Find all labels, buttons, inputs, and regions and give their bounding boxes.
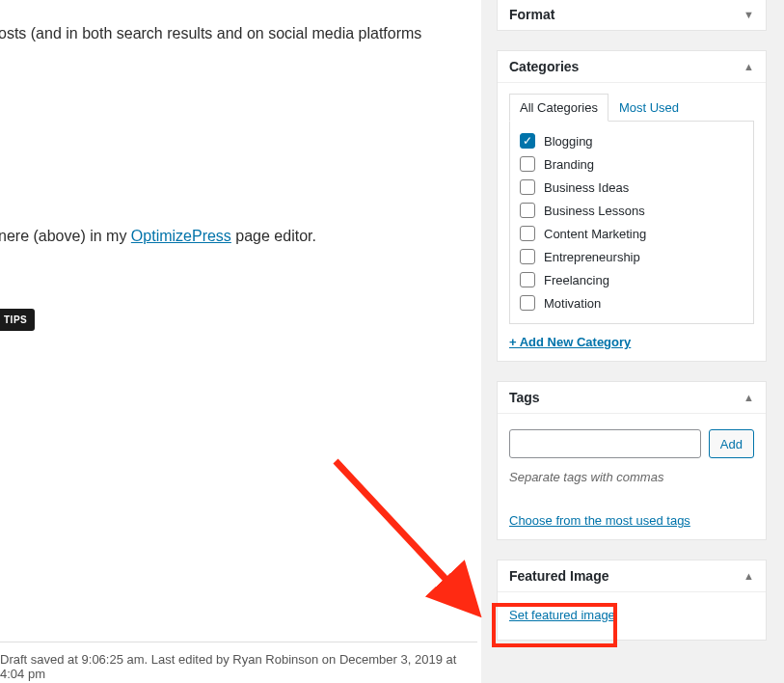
panel-format: Format ▼: [497, 0, 767, 31]
list-item[interactable]: Branding: [520, 152, 743, 176]
tags-hint: Separate tags with commas: [509, 470, 754, 484]
category-tabs: All Categories Most Used: [509, 93, 754, 122]
list-item[interactable]: Business Ideas: [520, 176, 743, 199]
category-label: Content Marketing: [544, 227, 646, 241]
checkbox-icon[interactable]: [520, 272, 535, 287]
category-list: Blogging Branding Business Ideas Busines…: [509, 122, 754, 324]
chevron-up-icon: ▲: [743, 570, 754, 582]
panel-format-title: Format: [509, 7, 554, 22]
category-label: Motivation: [544, 296, 601, 311]
text-span: page editor.: [231, 228, 316, 244]
panel-featured-image: Featured Image ▲ Set featured image: [497, 560, 767, 641]
chevron-down-icon: ▼: [743, 9, 754, 20]
tab-most-used[interactable]: Most Used: [608, 94, 689, 122]
checkbox-icon[interactable]: [520, 226, 535, 241]
list-item[interactable]: Entrepreneurship: [520, 245, 743, 268]
chevron-up-icon: ▲: [743, 392, 754, 403]
category-label: Freelancing: [544, 273, 609, 287]
status-bar: Draft saved at 9:06:25 am. Last edited b…: [0, 642, 477, 681]
tags-input[interactable]: [509, 429, 701, 458]
add-tag-button[interactable]: Add: [709, 429, 754, 458]
panel-categories-title: Categories: [509, 59, 579, 74]
list-item[interactable]: Content Marketing: [520, 222, 743, 245]
panel-tags-title: Tags: [509, 390, 540, 405]
checkbox-icon[interactable]: [520, 295, 535, 311]
panel-format-header[interactable]: Format ▼: [498, 0, 766, 30]
editor-main: osts (and in both search results and on …: [0, 0, 477, 683]
checkbox-icon[interactable]: [520, 133, 535, 149]
text-span: nere (above) in my: [0, 228, 131, 244]
list-item[interactable]: Business Lessons: [520, 199, 743, 222]
list-item[interactable]: Freelancing: [520, 268, 743, 291]
tab-all-categories[interactable]: All Categories: [509, 94, 608, 122]
optimizepress-link[interactable]: OptimizePress: [131, 228, 231, 244]
checkbox-icon[interactable]: [520, 203, 535, 218]
category-label: Entrepreneurship: [544, 250, 640, 264]
panel-categories: Categories ▲ All Categories Most Used Bl…: [497, 50, 767, 362]
panel-featured-title: Featured Image: [509, 568, 608, 584]
panel-categories-header[interactable]: Categories ▲: [498, 51, 766, 83]
panel-tags: Tags ▲ Add Separate tags with commas Cho…: [497, 381, 767, 540]
body-text-fragment-2: nere (above) in my OptimizePress page ed…: [0, 225, 316, 248]
right-sidebar: Format ▼ Categories ▲ All Categories Mos…: [481, 0, 784, 683]
checkbox-icon[interactable]: [520, 179, 535, 195]
category-label: Business Ideas: [544, 180, 629, 195]
panel-tags-header[interactable]: Tags ▲: [498, 382, 766, 414]
add-new-category-link[interactable]: + Add New Category: [509, 335, 631, 349]
body-text-fragment-1: osts (and in both search results and on …: [0, 22, 421, 45]
list-item[interactable]: Motivation: [520, 291, 743, 314]
checkbox-icon[interactable]: [520, 249, 535, 264]
category-label: Business Lessons: [544, 204, 645, 218]
choose-used-tags-link[interactable]: Choose from the most used tags: [509, 513, 690, 528]
category-label: Blogging: [544, 134, 593, 149]
chevron-up-icon: ▲: [743, 61, 754, 72]
list-item[interactable]: Blogging: [520, 129, 743, 152]
tips-chip[interactable]: TIPS: [0, 309, 35, 331]
category-label: Branding: [544, 157, 594, 172]
set-featured-image-link[interactable]: Set featured image: [509, 608, 615, 622]
panel-featured-header[interactable]: Featured Image ▲: [498, 560, 766, 592]
checkbox-icon[interactable]: [520, 156, 535, 172]
